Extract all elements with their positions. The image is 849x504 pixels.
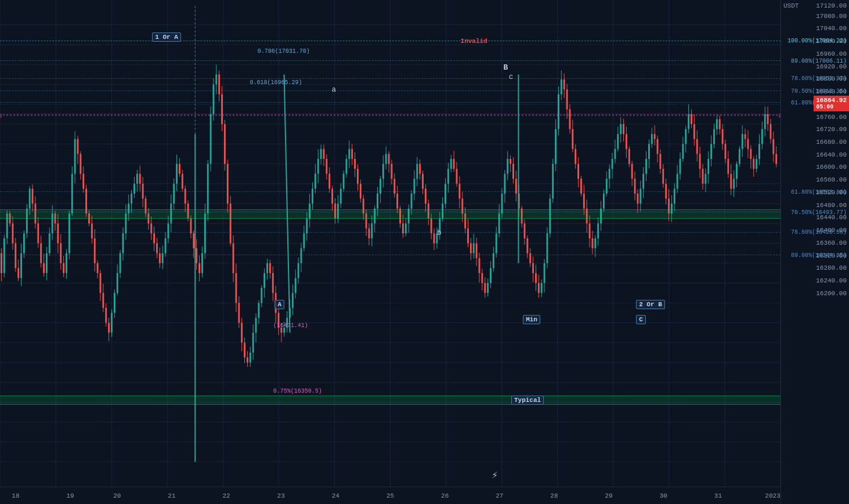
dotted-line-pink [0, 114, 781, 116]
wave-label-c-box: C [636, 315, 646, 324]
wave-label-2-or-b: 2 Or B [636, 300, 665, 309]
fib-right-89-bot: 89.00%(16344.85) [791, 252, 847, 259]
x-label-22: 22 [222, 492, 230, 499]
price-16960: 16960.00 [816, 50, 847, 57]
price-17080: 17080.00 [816, 13, 847, 20]
price-16760: 16760.00 [816, 114, 847, 121]
price-16640: 16640.00 [816, 151, 847, 158]
inner-fib-618: 0.618(16965.29) [250, 79, 302, 86]
wave-label-a: A [274, 300, 284, 309]
current-price-value: 16864.92 [816, 97, 847, 104]
price-chart-canvas [0, 0, 781, 504]
fib-line-89-bot [0, 255, 781, 255]
wave-label-typical: Typical [511, 396, 544, 405]
fib-right-705-bot: 70.50%(16493.77) [791, 209, 847, 216]
fib-line-100 [0, 41, 781, 41]
price-17120: 17120.00 [816, 2, 847, 9]
fib-line-705-top [0, 90, 781, 91]
x-label-25: 25 [386, 492, 394, 499]
x-label-18: 18 [12, 492, 19, 499]
price-16360: 16360.00 [816, 240, 847, 246]
price-16480: 16480.00 [816, 202, 847, 209]
x-label-27: 27 [496, 492, 503, 499]
fib-right-89-top: 89.00%(17006.11) [791, 58, 847, 64]
inner-fib-786: 0.786(17031.70) [258, 48, 310, 55]
chart-area: 1 Or A A B c a b Min 2 Or B C Typical 0.… [0, 0, 781, 504]
x-label-2023: 2023 [765, 492, 780, 499]
fib-line-786-top [0, 78, 781, 79]
green-band-1 [0, 209, 781, 219]
fib-right-786-bot: 78.60%(16428.56) [791, 229, 847, 235]
price-16200: 16200.00 [816, 290, 847, 297]
wave-label-a-small: a [332, 86, 336, 94]
price-17040: 17040.00 [816, 25, 847, 32]
price-16600: 16600.00 [816, 164, 847, 171]
fib-line-618-bot [0, 191, 781, 192]
price-annotation-1: (16471.41) [273, 322, 308, 329]
fib-right-100: 100.00%(17064.22) [787, 38, 847, 44]
x-label-31: 31 [714, 492, 722, 499]
x-label-30: 30 [660, 492, 667, 499]
fib-right-786-top: 78.60%(16953.97) [791, 75, 847, 82]
x-label-28: 28 [550, 492, 558, 499]
fib-right-618-bot: 61.80%(16563.80) [791, 189, 847, 195]
x-label-21: 21 [168, 492, 175, 499]
wave-label-1-or-a: 1 Or A [152, 32, 181, 42]
price-16560: 16560.00 [816, 176, 847, 183]
x-label-23: 23 [277, 492, 285, 499]
x-label-26: 26 [441, 492, 449, 499]
wave-label-b-small: b [437, 229, 441, 237]
fib-right-705-top: 70.50%(16913.35) [791, 88, 847, 95]
x-axis: 18 19 20 21 22 23 24 25 26 27 28 29 30 3… [0, 487, 781, 504]
x-label-24: 24 [332, 492, 339, 499]
price-16240: 16240.00 [816, 277, 847, 284]
current-price-time: 05:00 [816, 104, 847, 110]
wave-label-c-small: c [509, 73, 513, 81]
price-16720: 16720.00 [816, 126, 847, 133]
fib-line-89-top [0, 60, 781, 61]
fib-line-786-bot [0, 232, 781, 233]
wave-label-min: Min [523, 315, 540, 324]
price-axis: 17120.00 17080.00 17040.00 17000.00 1696… [781, 0, 849, 504]
green-band-2 [0, 396, 781, 405]
price-annotation-2: 0.75%(16350.5) [273, 388, 322, 394]
wave-label-b: B [504, 63, 508, 72]
price-16680: 16680.00 [816, 139, 847, 146]
currency-label: USDT [783, 2, 799, 9]
x-label-19: 19 [66, 492, 74, 499]
lightning-icon: ⚡ [492, 469, 498, 481]
price-16280: 16280.00 [816, 264, 847, 271]
fib-line-618-top [0, 102, 781, 103]
x-label-20: 20 [113, 492, 121, 499]
x-label-29: 29 [605, 492, 612, 499]
current-price-badge: 16864.92 05:00 [814, 96, 849, 111]
invalid-label: Invalid [461, 38, 487, 45]
